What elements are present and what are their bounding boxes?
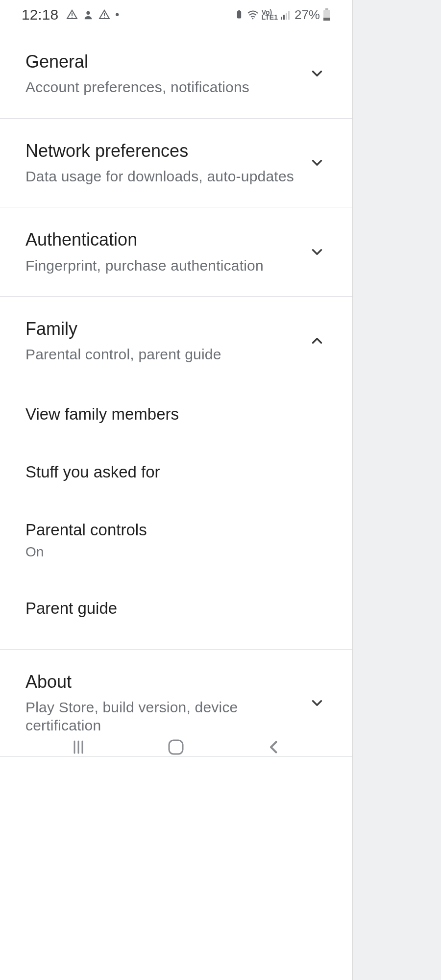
svg-rect-7 <box>237 11 241 19</box>
section-family[interactable]: Family Parental control, parent guide <box>0 297 352 385</box>
svg-rect-11 <box>283 15 285 20</box>
signal-bars-icon <box>281 10 292 20</box>
chevron-down-icon <box>307 693 327 713</box>
section-general[interactable]: General Account preferences, notificatio… <box>0 29 352 119</box>
nav-home-button[interactable] <box>147 732 205 762</box>
nav-back-button[interactable] <box>245 732 303 762</box>
battery-saver-icon <box>234 10 244 20</box>
svg-rect-12 <box>286 13 287 20</box>
list-item-label: Parent guide <box>25 599 327 618</box>
chevron-down-icon <box>307 64 327 83</box>
list-item-parent-guide[interactable]: Parent guide <box>0 579 352 637</box>
svg-rect-8 <box>238 10 240 12</box>
svg-rect-13 <box>288 11 290 20</box>
warning-triangle-icon <box>98 9 110 21</box>
chevron-down-icon <box>307 242 327 262</box>
network-type-label: Vo) LTE1 <box>262 10 278 20</box>
section-authentication[interactable]: Authentication Fingerprint, purchase aut… <box>0 207 352 297</box>
section-subtitle: Data usage for downloads, auto-updates <box>25 167 297 186</box>
section-title: General <box>25 51 297 72</box>
svg-point-9 <box>252 18 253 20</box>
svg-point-3 <box>86 11 90 15</box>
chevron-down-icon <box>307 153 327 173</box>
list-item-view-family-members[interactable]: View family members <box>0 385 352 443</box>
settings-list[interactable]: General Account preferences, notificatio… <box>0 29 352 757</box>
list-item-label: View family members <box>25 405 327 424</box>
svg-point-2 <box>72 17 73 18</box>
section-title: Family <box>25 318 297 339</box>
more-notifications-dot-icon: • <box>115 9 119 21</box>
system-nav-bar <box>0 725 352 769</box>
battery-icon <box>323 8 331 21</box>
device-frame: 12:18 • Vo) LTE1 <box>0 0 353 980</box>
wifi-icon <box>247 10 259 20</box>
svg-point-6 <box>104 17 105 18</box>
section-subtitle: Parental control, parent guide <box>25 345 297 364</box>
family-sub-items: View family members Stuff you asked for … <box>0 385 352 650</box>
nav-recents-button[interactable] <box>49 732 108 762</box>
section-title: About <box>25 671 297 692</box>
svg-rect-14 <box>325 8 328 10</box>
warning-triangle-icon <box>66 9 78 21</box>
svg-rect-16 <box>323 18 330 21</box>
battery-percentage: 27% <box>294 7 320 23</box>
list-item-value: On <box>25 544 327 560</box>
svg-rect-10 <box>281 17 282 20</box>
status-clock: 12:18 <box>22 6 58 23</box>
section-subtitle: Account preferences, notifications <box>25 78 297 97</box>
list-item-label: Stuff you asked for <box>25 463 327 481</box>
person-icon <box>83 9 94 20</box>
section-subtitle: Fingerprint, purchase authentication <box>25 256 297 275</box>
svg-rect-20 <box>169 740 183 754</box>
section-title: Authentication <box>25 229 297 250</box>
status-right: Vo) LTE1 27% <box>234 7 331 23</box>
section-title: Network preferences <box>25 140 297 161</box>
list-item-label: Parental controls <box>25 521 327 539</box>
chevron-up-icon <box>307 331 327 351</box>
list-item-stuff-you-asked-for[interactable]: Stuff you asked for <box>0 443 352 501</box>
status-bar: 12:18 • Vo) LTE1 <box>0 0 352 29</box>
section-network-preferences[interactable]: Network preferences Data usage for downl… <box>0 119 352 208</box>
list-item-parental-controls[interactable]: Parental controls On <box>0 501 352 579</box>
status-left: 12:18 • <box>22 6 119 23</box>
